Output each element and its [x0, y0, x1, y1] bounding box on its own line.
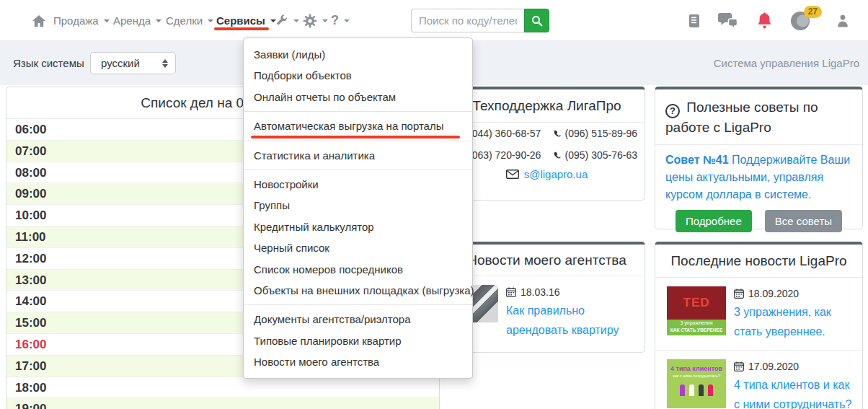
- annotation-underline-servisy: [214, 27, 269, 30]
- journal-icon: [688, 14, 700, 28]
- menu-divider: [244, 304, 472, 305]
- menu-item-novosti-moego-agentstva[interactable]: Новости моего агентства: [244, 351, 472, 372]
- news-thumbnail[interactable]: TED 3 упражнения КАК СТАТЬ УВЕРЕНЕЕ: [667, 286, 726, 335]
- menu-item-spisok-nomerov-posrednikov[interactable]: Список номеров посредников: [244, 259, 472, 280]
- all-tips-button[interactable]: Все советы: [765, 210, 842, 232]
- header-icon-cluster: 27: [688, 0, 849, 41]
- thumbnail-figures: [667, 384, 726, 396]
- schedule-row-1800[interactable]: 18:00: [6, 377, 439, 399]
- nav-item-servisy[interactable]: Сервисы: [216, 0, 276, 41]
- annotation-underline-menu-item: [251, 136, 460, 138]
- home-button[interactable]: [32, 0, 46, 41]
- menu-item-zayavki-lidy[interactable]: Заявки (лиды): [244, 44, 472, 65]
- news-link[interactable]: 4 типа клиентов и как с ними сотрудничат…: [734, 375, 855, 409]
- phone-row: (063) 720-90-26 (095) 305-76-63: [449, 144, 645, 166]
- time-label: 15:00: [15, 316, 46, 330]
- phone-cell: (095) 305-76-63: [553, 149, 637, 161]
- news-date-row: 18.09.2020: [734, 288, 855, 299]
- agency-news-panel: Новости моего агентства 18.03.16 Как пра…: [448, 242, 645, 353]
- balance-button[interactable]: 27: [790, 11, 810, 31]
- news-item: 4 типа клиентов как с ними сотрудничать?…: [655, 351, 862, 409]
- time-label: 07:00: [15, 144, 46, 158]
- help-icon: ?: [331, 13, 339, 28]
- thumbnail-text: TED: [667, 286, 726, 320]
- calendar-icon: [734, 361, 744, 371]
- notification-count-badge: 27: [804, 6, 822, 18]
- bell-icon: [756, 12, 773, 30]
- news-thumbnail[interactable]: 4 типа клиентов как с ними сотрудничать?: [667, 359, 726, 408]
- menu-item-avtomaticheskaya-vygruzka[interactable]: Автоматическая выгрузка на порталы: [244, 115, 472, 136]
- time-label: 12:00: [15, 252, 46, 265]
- home-icon: [32, 14, 46, 27]
- tips-panel: ? Полезные советы по работе с LigaPro Со…: [655, 87, 863, 229]
- nav-item-label: Продажа: [53, 14, 99, 27]
- calendar-icon: [734, 289, 744, 299]
- thumbnail-text: 4 типа клиентов: [667, 364, 726, 373]
- news-link[interactable]: Как правильно арендовать квартиру: [506, 301, 637, 340]
- phone-number: (063) 720-90-26: [469, 149, 541, 161]
- phone-cell: (096) 515-89-96: [553, 128, 637, 139]
- menu-item-gruppy[interactable]: Группы: [244, 195, 472, 216]
- search-bar: [411, 9, 549, 32]
- chevron-down-icon: [322, 19, 328, 22]
- news-link[interactable]: 3 упражнения, как стать увереннее.: [734, 302, 855, 341]
- time-label: 09:00: [15, 187, 46, 201]
- search-button[interactable]: [524, 9, 549, 32]
- services-dropdown-menu: Заявки (лиды) Подборки объектов Онлайн о…: [243, 38, 473, 379]
- schedule-row-1900[interactable]: 19:00: [6, 398, 439, 409]
- language-select[interactable]: русский: [90, 52, 176, 74]
- help-menu-button[interactable]: ?: [331, 0, 350, 41]
- messages-button[interactable]: [717, 12, 739, 30]
- journal-button[interactable]: [688, 14, 700, 28]
- time-label: 19:00: [15, 402, 46, 409]
- phone-icon: [553, 151, 562, 160]
- nav-item-arenda[interactable]: Аренда: [113, 0, 161, 41]
- phone-number: (096) 515-89-96: [565, 128, 637, 139]
- time-label: 16:00: [15, 338, 46, 351]
- nav-item-label: Сервисы: [216, 14, 265, 27]
- menu-item-obekty-na-vneshnikh-ploshchadkakh[interactable]: Объекты на внешних площадках (выгрузка): [244, 280, 472, 301]
- tip-text-block: Совет №41 Поддерживайте Ваши цены актуал…: [655, 145, 862, 232]
- news-item: TED 3 упражнения КАК СТАТЬ УВЕРЕНЕЕ 18.0…: [655, 278, 862, 351]
- app-window: Продажа Аренда Сделки Сервисы: [0, 0, 868, 409]
- wrench-icon: [275, 14, 288, 27]
- ligapro-news-title: Последние новости LigaPro: [655, 245, 862, 278]
- menu-item-statistika[interactable]: Статистика и аналитика: [244, 145, 472, 166]
- notifications-button[interactable]: [756, 12, 773, 30]
- menu-item-dokumenty-agentstva[interactable]: Документы агентства/риэлтора: [244, 309, 472, 330]
- time-label: 18:00: [15, 381, 46, 395]
- phone-number: (044) 360-68-57: [469, 128, 541, 139]
- settings-menu-button[interactable]: [303, 0, 328, 41]
- user-icon: [836, 14, 849, 28]
- menu-item-onlayn-otchety[interactable]: Онлайн отчеты по объектам: [244, 87, 472, 107]
- nav-item-prodazha[interactable]: Продажа: [53, 0, 110, 41]
- menu-item-podborki-obektov[interactable]: Подборки объектов: [244, 65, 472, 86]
- menu-item-chernyy-spisok[interactable]: Черный список: [244, 237, 472, 258]
- search-input[interactable]: [411, 9, 524, 32]
- support-email-link[interactable]: s@ligapro.ua: [524, 168, 588, 180]
- time-label: 11:00: [15, 230, 46, 244]
- chevron-down-icon: [104, 19, 110, 22]
- support-panel: Техподдержка ЛигаПро (044) 360-68-57 (09…: [448, 87, 645, 201]
- news-date: 18.09.2020: [748, 288, 799, 299]
- time-label: 13:00: [15, 273, 46, 287]
- nav-item-label: Аренда: [113, 14, 151, 27]
- nav-item-sdelki[interactable]: Сделки: [166, 0, 213, 41]
- updown-arrows-icon: [162, 59, 168, 68]
- chevron-down-icon: [293, 19, 299, 22]
- menu-item-tipovye-planirovki[interactable]: Типовые планировки квартир: [244, 330, 472, 351]
- tips-title-row: ? Полезные советы по работе с LigaPro: [655, 89, 862, 145]
- menu-item-label: Автоматическая выгрузка на порталы: [254, 120, 443, 132]
- menu-item-kreditnyy-kalkulyator[interactable]: Кредитный калькулятор: [244, 216, 472, 237]
- search-icon: [531, 15, 543, 27]
- time-label: 14:00: [15, 294, 46, 308]
- system-title: Система управления LigaPro: [714, 41, 859, 85]
- menu-item-novostroyki[interactable]: Новостройки: [244, 174, 472, 195]
- calendar-icon: [506, 287, 516, 297]
- profile-button[interactable]: [836, 14, 849, 28]
- phone-number: (095) 305-76-63: [565, 149, 637, 161]
- tools-menu-button[interactable]: [275, 0, 299, 41]
- tip-details-button[interactable]: Подробнее: [676, 210, 752, 232]
- thumbnail-caption: как с ними сотрудничать?: [667, 373, 726, 379]
- chat-icon: [717, 12, 739, 30]
